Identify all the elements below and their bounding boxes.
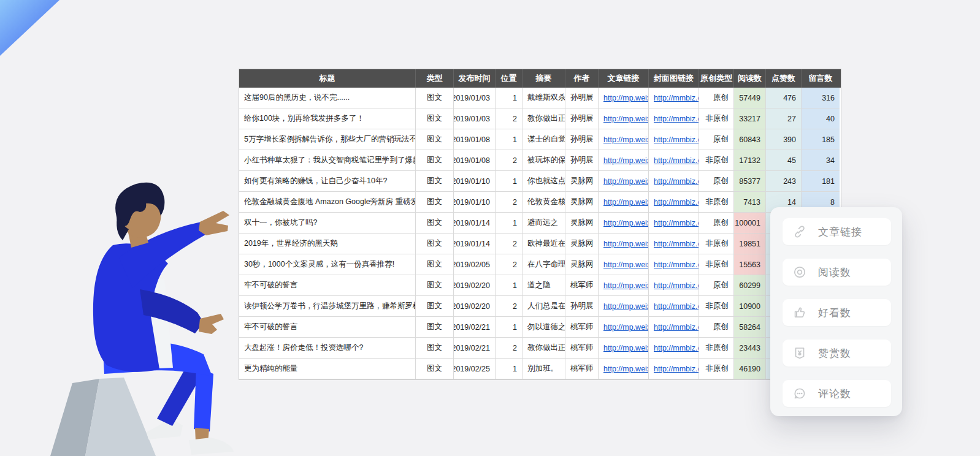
cell-likes[interactable]: 476 bbox=[766, 88, 802, 108]
cell-position[interactable]: 1 bbox=[496, 359, 523, 379]
cover-link[interactable]: http://mmbiz.c bbox=[654, 219, 699, 227]
cell-summary[interactable]: 教你做出正确 bbox=[523, 108, 565, 129]
cell-position[interactable]: 1 bbox=[496, 88, 523, 108]
article-link[interactable]: http://mp.weixi bbox=[603, 115, 649, 123]
cover-link[interactable]: http://mmbiz.c bbox=[654, 198, 699, 207]
menu-item-reads[interactable]: 阅读数 bbox=[783, 259, 891, 286]
cell-date[interactable]: 2019/02/20 bbox=[454, 275, 496, 296]
cell-original_type[interactable]: 原创 bbox=[699, 317, 734, 338]
cell-type[interactable]: 图文 bbox=[416, 129, 454, 150]
cell-original_type[interactable]: 非原创 bbox=[699, 150, 734, 171]
cover-link[interactable]: http://mmbiz.c bbox=[654, 177, 699, 186]
article-link[interactable]: http://mp.weixi bbox=[603, 94, 649, 102]
cell-type[interactable]: 图文 bbox=[416, 338, 454, 359]
cell-reads[interactable]: 60299 bbox=[734, 275, 766, 296]
cell-original_type[interactable]: 原创 bbox=[699, 88, 734, 108]
cell-type[interactable]: 图文 bbox=[416, 213, 454, 234]
cell-title[interactable]: 大盘起涨！房价走低！投资选哪个? bbox=[239, 338, 416, 359]
cell-author[interactable]: 桃军师 bbox=[565, 359, 599, 379]
cell-title[interactable]: 双十一，你被坑了吗? bbox=[239, 213, 416, 234]
cell-title[interactable]: 如何更有策略的赚钱，让自己少奋斗10年? bbox=[239, 171, 416, 192]
cell-comments[interactable]: 316 bbox=[802, 88, 840, 108]
cell-type[interactable]: 图文 bbox=[416, 254, 454, 275]
cell-date[interactable]: 2019/02/20 bbox=[454, 296, 496, 317]
cell-summary[interactable]: 欧神最近在吐 bbox=[523, 234, 565, 254]
cell-reads[interactable]: 58264 bbox=[734, 317, 766, 338]
cell-summary[interactable]: 在八字命理学 bbox=[523, 254, 565, 275]
cell-reads[interactable]: 15563 bbox=[734, 254, 766, 275]
cell-position[interactable]: 2 bbox=[496, 234, 523, 254]
cell-summary[interactable]: 谋士的自觉 bbox=[523, 129, 565, 150]
cell-author[interactable]: 灵脉网 bbox=[565, 254, 599, 275]
cell-title[interactable]: 给你100块，别再给我发拼多多了！ bbox=[239, 108, 416, 129]
cell-reads[interactable]: 57449 bbox=[734, 88, 766, 108]
cover-link[interactable]: http://mmbiz.c bbox=[654, 240, 699, 248]
cell-summary[interactable]: 别加班。 bbox=[523, 359, 565, 379]
cover-link[interactable]: http://mmbiz.c bbox=[654, 135, 699, 144]
cell-reads[interactable]: 10900 bbox=[734, 296, 766, 317]
cell-reads[interactable]: 100001 bbox=[734, 213, 766, 234]
cell-type[interactable]: 图文 bbox=[416, 108, 454, 129]
cell-author[interactable]: 孙明展 bbox=[565, 129, 599, 150]
column-header-comments[interactable]: 留言数 bbox=[802, 69, 840, 88]
cell-type[interactable]: 图文 bbox=[416, 150, 454, 171]
cell-original_type[interactable]: 原创 bbox=[699, 213, 734, 234]
cell-comments[interactable]: 181 bbox=[802, 171, 840, 192]
cover-link[interactable]: http://mmbiz.c bbox=[654, 281, 699, 290]
cell-summary[interactable]: 人们总是在迎 bbox=[523, 296, 565, 317]
menu-item-looks[interactable]: 好看数 bbox=[783, 299, 891, 326]
cell-title[interactable]: 小红书种草太狠了：我从交智商税笔记里学到了爆款套路 bbox=[239, 150, 416, 171]
cover-link[interactable]: http://mmbiz.c bbox=[654, 323, 699, 332]
cell-author[interactable]: 灵脉网 bbox=[565, 171, 599, 192]
cell-type[interactable]: 图文 bbox=[416, 171, 454, 192]
cell-position[interactable]: 1 bbox=[496, 317, 523, 338]
cell-date[interactable]: 2019/01/10 bbox=[454, 171, 496, 192]
cell-date[interactable]: 2019/02/25 bbox=[454, 359, 496, 379]
cover-link[interactable]: http://mmbiz.c bbox=[654, 94, 699, 102]
cell-type[interactable]: 图文 bbox=[416, 359, 454, 379]
cell-title[interactable]: 2019年，世界经济的黑天鹅 bbox=[239, 234, 416, 254]
article-link[interactable]: http://mp.weixi bbox=[603, 156, 649, 165]
cover-link[interactable]: http://mmbiz.c bbox=[654, 344, 699, 352]
cell-likes[interactable]: 390 bbox=[766, 129, 802, 150]
cell-date[interactable]: 2019/02/05 bbox=[454, 254, 496, 275]
column-header-position[interactable]: 位置 bbox=[496, 69, 523, 88]
cell-original_type[interactable]: 非原创 bbox=[699, 359, 734, 379]
cell-date[interactable]: 2019/02/21 bbox=[454, 317, 496, 338]
article-link[interactable]: http://mp.weixi bbox=[603, 219, 649, 227]
cell-date[interactable]: 2019/01/03 bbox=[454, 108, 496, 129]
cell-author[interactable]: 孙明展 bbox=[565, 88, 599, 108]
column-header-summary[interactable]: 摘要 bbox=[523, 69, 565, 88]
article-link[interactable]: http://mp.weixi bbox=[603, 323, 649, 332]
cell-summary[interactable]: 被玩坏的保险 bbox=[523, 150, 565, 171]
cell-author[interactable]: 灵脉网 bbox=[565, 192, 599, 213]
column-header-reads[interactable]: 阅读数 bbox=[734, 69, 766, 88]
cell-original_type[interactable]: 原创 bbox=[699, 129, 734, 150]
article-link[interactable]: http://mp.weixi bbox=[603, 344, 649, 352]
cell-summary[interactable]: 勿以道德之名 bbox=[523, 317, 565, 338]
menu-item-rewards[interactable]: 赞赏数 bbox=[783, 340, 891, 367]
cell-title[interactable]: 伦敦金融城黄金腹地 Amazon Google旁新房 重磅发售 bbox=[239, 192, 416, 213]
cell-summary[interactable]: 伦敦黄金核心 bbox=[523, 192, 565, 213]
cell-reads[interactable]: 7413 bbox=[734, 192, 766, 213]
cell-summary[interactable]: 你也就这点见 bbox=[523, 171, 565, 192]
cell-position[interactable]: 1 bbox=[496, 213, 523, 234]
cell-position[interactable]: 1 bbox=[496, 129, 523, 150]
cover-link[interactable]: http://mmbiz.c bbox=[654, 260, 699, 269]
column-header-cover_link[interactable]: 封面图链接 bbox=[649, 69, 699, 88]
cell-date[interactable]: 2019/01/10 bbox=[454, 192, 496, 213]
column-header-date[interactable]: 发布时间 bbox=[454, 69, 496, 88]
cell-title[interactable]: 牢不可破的誓言 bbox=[239, 275, 416, 296]
cell-original_type[interactable]: 非原创 bbox=[699, 192, 734, 213]
cell-summary[interactable]: 戴维斯双杀 bbox=[523, 88, 565, 108]
cell-original_type[interactable]: 非原创 bbox=[699, 296, 734, 317]
cell-original_type[interactable]: 原创 bbox=[699, 171, 734, 192]
cell-reads[interactable]: 60843 bbox=[734, 129, 766, 150]
cell-type[interactable]: 图文 bbox=[416, 88, 454, 108]
cell-summary[interactable]: 教你做出正确 bbox=[523, 338, 565, 359]
cell-comments[interactable]: 40 bbox=[802, 108, 840, 129]
menu-item-comments[interactable]: 评论数 bbox=[783, 380, 891, 407]
cell-title[interactable]: 读伊顿公学万卷书，行温莎城堡万里路，赚希斯罗机场 bbox=[239, 296, 416, 317]
cell-original_type[interactable]: 非原创 bbox=[699, 338, 734, 359]
cell-comments[interactable]: 185 bbox=[802, 129, 840, 150]
